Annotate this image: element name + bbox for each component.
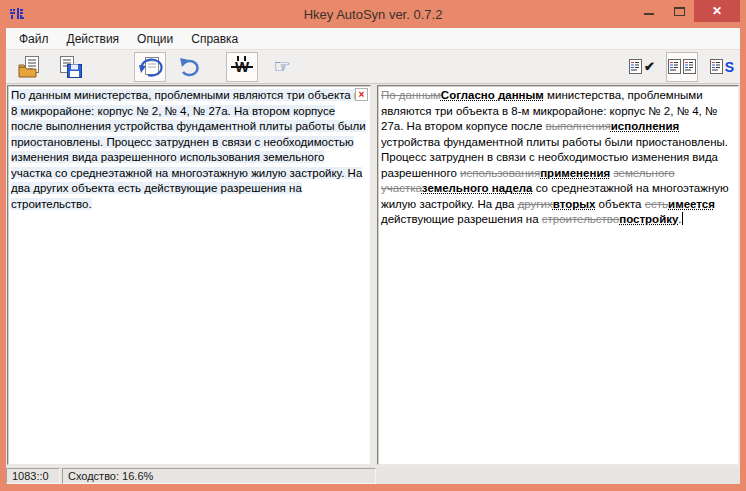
- menu-help[interactable]: Справка: [182, 29, 247, 49]
- source-text: По данным министерства, проблемными явля…: [11, 89, 366, 210]
- diff-segment-text: действующие разрешения на: [381, 213, 542, 225]
- menu-bar: Файл Действия Опции Справка: [6, 28, 740, 50]
- close-button[interactable]: ✕: [694, 0, 740, 22]
- document-icon: [668, 59, 681, 74]
- synonyms-view-button[interactable]: S: [706, 52, 738, 82]
- content-area: По данным министерства, проблемными явля…: [6, 84, 740, 467]
- source-text-pane[interactable]: По данным министерства, проблемными явля…: [7, 85, 371, 465]
- diff-segment-del: других: [518, 198, 553, 210]
- window-title: Hkey AutoSyn ver. 0.7.2: [6, 7, 740, 22]
- two-pane-view-button[interactable]: [666, 52, 698, 82]
- status-filler: [376, 468, 740, 484]
- diff-segment-del: есть: [645, 198, 668, 210]
- diff-segment-del: выполнения: [546, 120, 611, 132]
- close-x-icon: ×: [359, 90, 365, 100]
- open-document-icon: [17, 55, 43, 79]
- maximize-button[interactable]: [664, 0, 694, 22]
- diff-segment-ins: имеется: [668, 198, 715, 210]
- status-position: 1083::0: [6, 468, 60, 484]
- menu-actions[interactable]: Действия: [58, 29, 129, 49]
- document-icon: [629, 59, 642, 74]
- check-icon: ✔: [644, 59, 655, 74]
- save-button[interactable]: [54, 52, 86, 82]
- result-diff-text: По даннымСогласно данным министерства, п…: [381, 89, 729, 225]
- diff-segment-ins: Согласно данным: [441, 89, 544, 101]
- close-icon: ✕: [712, 5, 722, 17]
- diff-segment-del: использования: [460, 167, 540, 179]
- document-icon: [710, 59, 723, 74]
- diff-segment-text: объекта: [595, 198, 644, 210]
- window-body: Файл Действия Опции Справка: [6, 28, 740, 484]
- synchronize-icon: [136, 54, 164, 80]
- diff-segment-ins: применения: [540, 167, 610, 179]
- view-check-button[interactable]: ✔: [626, 52, 658, 82]
- title-bar: Hkey AutoSyn ver. 0.7.2 ✕: [6, 0, 740, 28]
- maximize-icon: [674, 7, 685, 16]
- status-similarity: Сходство: 16.6%: [62, 468, 376, 484]
- save-document-icon: [57, 55, 83, 79]
- minimize-icon: [644, 13, 654, 15]
- strikethrough-toggle-button[interactable]: W: [226, 52, 258, 82]
- toolbar-view-group: ✔: [626, 52, 738, 82]
- app-window: Hkey AutoSyn ver. 0.7.2 ✕ Файл Действия …: [0, 0, 746, 491]
- document-icon: [683, 59, 696, 74]
- diff-segment-del: По данным: [381, 89, 441, 101]
- result-text-pane[interactable]: По даннымСогласно данным министерства, п…: [377, 85, 739, 465]
- minimize-button[interactable]: [634, 0, 664, 22]
- app-icon[interactable]: [9, 6, 25, 22]
- status-bar: 1083::0 Сходство: 16.6%: [6, 467, 740, 484]
- undo-button[interactable]: [174, 52, 206, 82]
- diff-segment-ins: постройку: [619, 213, 678, 225]
- undo-icon: [178, 56, 202, 78]
- diff-segment-ins: вторых: [553, 198, 596, 210]
- diff-segment-caret: [682, 212, 683, 225]
- open-button[interactable]: [14, 52, 46, 82]
- synonyms-icon: S: [725, 59, 734, 75]
- diff-segment-del: строительство: [542, 213, 619, 225]
- pane-close-badge[interactable]: ×: [355, 88, 368, 101]
- diff-segment-ins: исполнения: [611, 120, 680, 132]
- window-controls: ✕: [634, 0, 740, 22]
- hand-pointer-button[interactable]: ☞: [266, 52, 298, 82]
- synchronize-button[interactable]: [134, 52, 166, 82]
- diff-segment-ins: земельного надела: [422, 182, 533, 194]
- hand-pointer-icon: ☞: [273, 57, 290, 76]
- toolbar: W ☞: [6, 50, 740, 84]
- strikethrough-words-icon: W: [233, 59, 251, 74]
- menu-options[interactable]: Опции: [128, 29, 182, 49]
- menu-file[interactable]: Файл: [10, 29, 58, 49]
